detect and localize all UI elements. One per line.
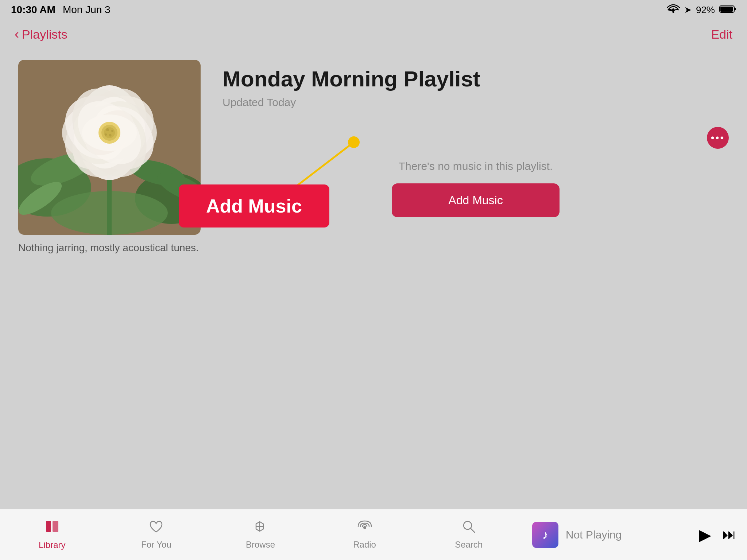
svg-point-0 [672,11,674,13]
browse-icon [253,520,268,537]
tab-bar: Library For You Browse [0,509,747,560]
now-playing-label: Not Playing [566,529,692,541]
svg-rect-3 [720,7,733,12]
tab-for-you-label: For You [141,540,171,550]
svg-point-40 [363,526,366,529]
main-content: Nothing jarring, mostly acoustical tunes… [0,49,747,509]
battery-level: 92% [696,4,715,16]
search-icon [461,520,476,537]
radio-icon [356,520,374,537]
annotation-container: Add Music [179,135,398,228]
now-playing-artwork: ♪ [532,522,558,548]
tab-items: Library For You Browse [0,509,521,560]
tab-library-label: Library [39,540,65,550]
tab-radio-label: Radio [353,540,376,550]
svg-line-42 [471,528,475,532]
edit-button[interactable]: Edit [711,27,732,42]
back-label: Playlists [22,27,67,42]
tab-radio[interactable]: Radio [313,509,417,560]
svg-point-35 [348,136,360,148]
battery-icon [719,5,736,15]
tab-library[interactable]: Library [0,509,104,560]
status-time: 10:30 AM [11,4,55,16]
status-right: ➤ 92% [667,4,736,16]
callout-label: Add Music [206,195,302,217]
tab-for-you[interactable]: For You [104,509,209,560]
wifi-icon [667,4,680,16]
now-playing[interactable]: ♪ Not Playing ▶ ⏭ [521,509,747,560]
music-note-icon: ♪ [542,528,549,542]
playback-controls: ▶ ⏭ [699,525,736,544]
svg-point-33 [105,133,107,136]
svg-rect-2 [734,8,736,10]
more-options-button[interactable]: ••• [707,127,729,149]
skip-forward-button[interactable]: ⏭ [722,527,736,542]
playlist-description: Nothing jarring, mostly acoustical tunes… [18,242,201,254]
library-icon [44,520,60,537]
callout-box: Add Music [179,184,329,228]
svg-point-32 [109,134,112,137]
nav-bar: ‹ Playlists Edit [0,20,747,49]
tab-browse-label: Browse [246,540,275,550]
for-you-icon [149,520,163,537]
back-button[interactable]: ‹ Playlists [15,27,67,42]
more-dots-icon: ••• [711,132,725,144]
svg-rect-36 [46,521,51,532]
play-button[interactable]: ▶ [699,525,711,544]
tab-search[interactable]: Search [417,509,521,560]
svg-point-29 [104,127,115,138]
svg-rect-37 [53,521,58,532]
svg-point-30 [106,128,109,131]
album-art-container: Nothing jarring, mostly acoustical tunes… [18,60,201,254]
svg-point-31 [111,130,113,132]
playlist-updated: Updated Today [222,96,729,109]
status-date: Mon Jun 3 [63,4,111,16]
tab-search-label: Search [455,540,483,550]
status-bar: 10:30 AM Mon Jun 3 ➤ 92% [0,0,747,20]
location-icon: ➤ [684,5,692,15]
tab-browse[interactable]: Browse [208,509,313,560]
album-art [18,60,201,235]
back-chevron-icon: ‹ [15,27,19,42]
add-music-button[interactable]: Add Music [392,183,560,217]
playlist-title: Monday Morning Playlist [222,67,729,91]
